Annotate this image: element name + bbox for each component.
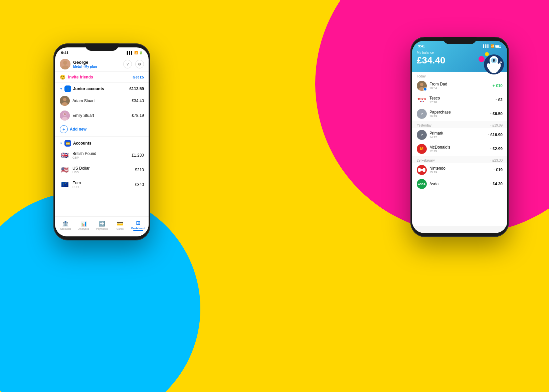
- avatar: [60, 59, 70, 69]
- transaction-paperchase[interactable]: P Paperchase 16:49 - £6.50: [412, 107, 507, 121]
- signal-icon-left: ▌▌▌: [127, 51, 133, 54]
- paperchase-logo: P: [417, 109, 427, 119]
- settings-icon[interactable]: ⚙: [135, 60, 144, 68]
- nav-accounts[interactable]: 🏦 Accounts: [56, 220, 74, 230]
- invite-left: 😊 Invite friends: [60, 74, 93, 80]
- nav-dashboard[interactable]: ⊞ Dashboard: [129, 220, 147, 231]
- battery-fill: [496, 45, 499, 47]
- tesco-amount: - £2: [496, 97, 503, 102]
- account-row-eur[interactable]: 🇪🇺 Euro EUR €340: [55, 177, 149, 192]
- wifi-icon-left: 📶: [134, 51, 138, 54]
- transaction-mcdonalds[interactable]: M McDonald's 12:45 - £2.99: [412, 142, 507, 156]
- nav-analytics-icon: 📊: [80, 220, 87, 227]
- account-row-usd[interactable]: 🇺🇸 US Dollar USD $210: [55, 163, 149, 177]
- accounts-header: ▼ 💳 Accounts: [55, 137, 149, 148]
- paperchase-amount: - £6.50: [490, 112, 503, 116]
- nav-payments[interactable]: ➡️ Payments: [93, 220, 111, 230]
- help-icon[interactable]: ?: [123, 60, 132, 68]
- user-name-block: George Metal · My plan: [73, 60, 97, 69]
- junior-accounts-header: ▼ 👤 Junior accounts £112.59: [55, 83, 149, 93]
- time-left: 9:41: [61, 51, 68, 55]
- eur-code: EUR: [72, 185, 132, 189]
- nintendo-amount: - £19: [494, 168, 503, 172]
- phone1-header: George Metal · My plan ? ⚙: [55, 56, 149, 71]
- emily-name: Emily Stuart: [72, 113, 129, 118]
- nav-accounts-label: Accounts: [60, 227, 71, 230]
- account-row-emily[interactable]: Emily Stuart £78.19: [55, 108, 149, 123]
- asda-amount: - £4.30: [490, 182, 503, 186]
- transaction-from-dad[interactable]: From Dad 18:54 + £10: [412, 79, 507, 93]
- flag-usd: 🇺🇸: [60, 165, 70, 175]
- invite-banner[interactable]: 😊 Invite friends Get £5: [55, 71, 149, 83]
- user-info: George Metal · My plan: [60, 59, 97, 69]
- add-new-row[interactable]: + Add new: [55, 123, 149, 136]
- bottom-nav-left: 🏦 Accounts 📊 Analytics ➡️ Payments 💳 Car…: [55, 216, 149, 236]
- eur-balance: €340: [135, 182, 144, 187]
- status-icons-right: ▌▌▌ 📶: [483, 44, 501, 48]
- paperchase-info: Paperchase 16:49: [429, 110, 488, 118]
- transaction-tesco[interactable]: TESCO Tesco 17:10 - £2: [412, 93, 507, 107]
- transaction-primark[interactable]: P Primark 14:12 - £16.90: [412, 128, 507, 142]
- nav-cards[interactable]: 💳 Cards: [111, 220, 129, 230]
- status-icons-left: ▌▌▌ 📶 🔋: [127, 51, 143, 54]
- tesco-logo: TESCO: [417, 95, 427, 105]
- asda-info: Asda: [429, 182, 488, 186]
- nav-active-indicator: [133, 230, 143, 231]
- gbp-balance: £1,230: [132, 153, 144, 158]
- user-plan: Metal · My plan: [73, 65, 97, 68]
- svg-rect-21: [418, 168, 421, 172]
- svg-point-19: [420, 83, 423, 86]
- from-dad-time: 18:54: [429, 86, 490, 90]
- account-row-gbp[interactable]: 🇬🇧 British Pound GBP £1,230: [55, 148, 149, 163]
- mcdonalds-amount: - £2.99: [490, 147, 503, 151]
- today-label: Today: [417, 74, 426, 78]
- mcdonalds-name: McDonald's: [429, 145, 488, 150]
- mcdonalds-info: McDonald's 12:45: [429, 145, 488, 153]
- usd-name: US Dollar: [72, 166, 132, 171]
- battery-right: [495, 45, 501, 48]
- user-name: George: [73, 60, 97, 65]
- junior-total: £112.59: [130, 86, 144, 91]
- account-row-adam[interactable]: Adam Stuart £34.40: [55, 93, 149, 108]
- asda-logo: ASDA: [417, 179, 427, 189]
- mcdonalds-time: 12:45: [429, 150, 488, 153]
- feb29-label: 29 February: [417, 159, 435, 162]
- mcdonalds-logo: M: [417, 144, 427, 154]
- divider-1: [55, 136, 149, 137]
- gbp-name: British Pound: [72, 151, 129, 156]
- phone2-header: 9:41 ▌▌▌ 📶 My balance £34.40: [412, 41, 507, 72]
- yesterday-label: Yesterday: [417, 124, 431, 127]
- nav-analytics[interactable]: 📊 Analytics: [74, 220, 93, 230]
- eur-info: Euro EUR: [72, 181, 132, 189]
- add-text: Add new: [70, 127, 86, 132]
- transaction-nintendo[interactable]: Nintendo 15:19 - £19: [412, 163, 507, 177]
- asda-name: Asda: [429, 182, 488, 186]
- transaction-list: Today F: [412, 72, 507, 226]
- nintendo-time: 15:19: [429, 171, 491, 174]
- from-dad-avatar-wrapper: [417, 81, 427, 91]
- balance-section: My balance £34.40: [412, 49, 507, 72]
- battery-icon-left: 🔋: [139, 51, 143, 54]
- accounts-title: Accounts: [73, 141, 144, 146]
- adam-name: Adam Stuart: [72, 99, 129, 103]
- phone1-screen: 9:41 ▌▌▌ 📶 🔋: [55, 47, 149, 236]
- nav-dashboard-icon: ⊞: [136, 220, 140, 226]
- svg-point-9: [64, 113, 66, 115]
- nintendo-logo: [417, 165, 427, 175]
- usd-balance: $210: [135, 168, 144, 172]
- nav-cards-icon: 💳: [117, 220, 123, 227]
- transaction-asda[interactable]: ASDA Asda - £4.30: [412, 177, 507, 191]
- paperchase-name: Paperchase: [429, 110, 488, 115]
- tesco-info: Tesco 17:10: [429, 96, 493, 104]
- notch-right: [443, 37, 477, 44]
- phone2-screen: 9:41 ▌▌▌ 📶 My balance £34.40: [412, 41, 507, 233]
- svg-rect-23: [420, 169, 423, 171]
- feb29-total: - £23.30: [490, 159, 503, 162]
- eur-name: Euro: [72, 181, 132, 185]
- plan-link[interactable]: My plan: [84, 65, 97, 68]
- phone-left: 9:41 ▌▌▌ 📶 🔋: [53, 43, 150, 240]
- primark-amount: - £16.90: [488, 133, 503, 137]
- usd-info: US Dollar USD: [72, 166, 132, 174]
- svg-point-4: [63, 98, 66, 101]
- svg-text:R: R: [493, 59, 496, 62]
